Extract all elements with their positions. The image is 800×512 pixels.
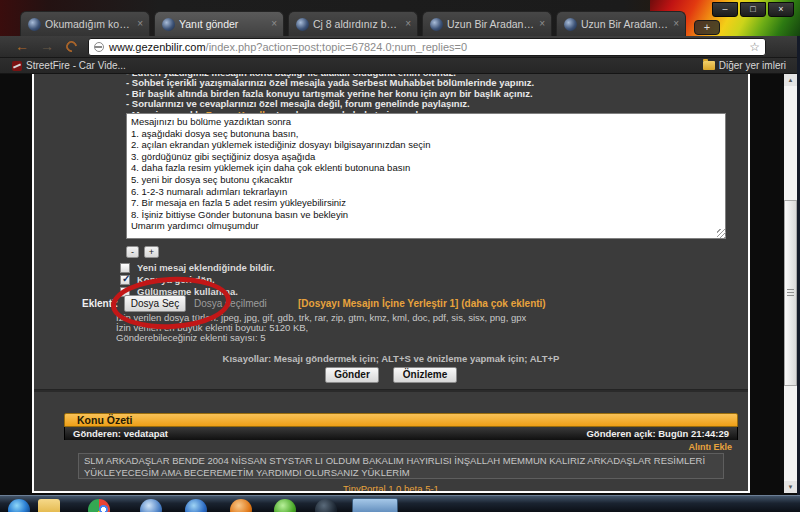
close-button[interactable]: × [768, 2, 794, 17]
tab-label: Uzun Bir Aradan Sonra K... [581, 18, 669, 30]
screen: – □ × Okumadığım konular × Yanıt gönder … [0, 0, 800, 512]
new-tab-button[interactable]: + [694, 20, 720, 35]
reload-icon[interactable] [64, 39, 79, 54]
attachment-links: [Dosyayı Mesajın İçine Yerleştir 1] (dah… [298, 298, 546, 309]
tab-close-icon[interactable]: × [405, 19, 411, 29]
tinyportal-footer-link[interactable]: TinyPortal 1.0 beta 5-1 [34, 483, 748, 493]
send-button[interactable]: Gönder [325, 367, 379, 383]
bookmark-star-icon[interactable]: ☆ [749, 40, 760, 54]
explorer-folder-icon[interactable] [38, 499, 60, 512]
bookmarks-bar: StreetFire - Car Vide... Diğer yer imler… [0, 58, 800, 74]
page-scrollbar[interactable]: ▲ ▼ [784, 74, 797, 493]
tab-label: Okumadığım konular [45, 18, 133, 30]
checkbox-checked[interactable]: ✓ [120, 275, 130, 285]
insert-quote-link[interactable]: Alıntı Ekle [64, 442, 732, 452]
scroll-up-icon[interactable]: ▲ [784, 74, 797, 86]
shrink-editor-button[interactable]: - [126, 246, 139, 258]
site-favicon-icon [296, 18, 309, 31]
page-viewport: - Lütfen yazdığınız mesajın konu başlığı… [0, 74, 800, 495]
scrollbar-thumb[interactable] [784, 200, 797, 386]
green-app-icon[interactable] [274, 499, 296, 512]
option-notify: Yeni mesaj eklendiğinde bildir. [120, 262, 275, 273]
tab-okumadigim-konular[interactable]: Okumadığım konular × [20, 11, 150, 36]
url-domain: www.gezenbilir.com [109, 41, 206, 53]
submit-row: Gönder Önizleme [34, 367, 748, 383]
minimize-button[interactable]: – [712, 2, 738, 17]
tab-close-icon[interactable]: × [673, 19, 679, 29]
summary-message: SLM ARKADAŞLAR BENDE 2004 NİSSAN STYSTAR… [78, 453, 724, 479]
tab-uzun-bir-aradan-1[interactable]: Uzun Bir Aradan Sonra K... × [422, 11, 552, 36]
other-bookmarks-button[interactable]: Diğer yer imleri [703, 60, 786, 71]
forward-icon[interactable]: → [37, 37, 57, 57]
option-label: Yeni mesaj eklendiğinde bildir. [137, 262, 275, 273]
tab-label: Uzun Bir Aradan Sonra K... [447, 18, 535, 30]
posted-by: Gönderen: vedatapat [73, 427, 168, 440]
tab-close-icon[interactable]: × [137, 19, 143, 29]
itunes-icon[interactable] [140, 499, 162, 512]
media-player-icon[interactable] [230, 499, 252, 512]
tab-close-icon[interactable]: × [271, 19, 277, 29]
titlebar: – □ × Okumadığım konular × Yanıt gönder … [0, 0, 800, 36]
tab-close-icon[interactable]: × [539, 19, 545, 29]
maximize-button[interactable]: □ [740, 2, 766, 17]
choose-file-button[interactable]: Dosya Seç [124, 295, 186, 312]
scroll-down-icon[interactable]: ▼ [784, 481, 797, 493]
scrollbar-grip [787, 289, 794, 296]
url-path: /index.php?action=post;topic=67824.0;num… [206, 41, 750, 53]
forum-post-page: - Lütfen yazdığınız mesajın konu başlığı… [32, 74, 750, 493]
tab-label: Cj 8 aldırdınız bana:) Teşe... [313, 18, 401, 30]
site-favicon-icon [564, 18, 577, 31]
embed-attachment-link[interactable]: [Dosyayı Mesajın İçine Yerleştir 1] [298, 298, 458, 309]
bookmark-streetfire[interactable]: StreetFire - Car Vide... [12, 60, 126, 71]
toolbar: ← → www.gezenbilir.com /index.php?action… [0, 36, 800, 58]
tab-label: Yanıt gönder [179, 18, 267, 30]
folder-icon [703, 61, 715, 70]
taskbar [0, 495, 800, 512]
more-attachments-link[interactable]: (daha çok eklenti) [461, 298, 545, 309]
checkbox-unchecked[interactable] [120, 263, 130, 273]
bookmark-label: StreetFire - Car Vide... [26, 60, 126, 71]
chrome-icon-center [99, 505, 108, 512]
streetfire-favicon-icon [12, 61, 22, 71]
site-favicon-icon [28, 18, 41, 31]
start-button-icon[interactable] [8, 499, 30, 512]
check-glyph: ✓ [122, 273, 130, 284]
section-divider [34, 389, 748, 392]
back-icon[interactable]: ← [12, 37, 32, 57]
tab-cj8[interactable]: Cj 8 aldırdınız bana:) Teşe... × [288, 11, 418, 36]
shortcuts-hint: Kısayollar: Mesajı göndermek için; ALT+S… [34, 353, 748, 364]
active-window-button[interactable] [352, 498, 398, 512]
internet-explorer-icon[interactable] [185, 499, 207, 512]
hp-app-icon[interactable] [315, 499, 337, 512]
site-favicon-icon [162, 18, 175, 31]
tab-uzun-bir-aradan-2[interactable]: Uzun Bir Aradan Sonra K... × [556, 11, 686, 36]
textarea-resize-handle[interactable] [717, 229, 726, 238]
globe-icon [94, 42, 104, 52]
address-bar[interactable]: www.gezenbilir.com /index.php?action=pos… [88, 38, 766, 56]
max-attachment-count: Gönderebileceğiniz eklenti sayısı: 5 [116, 332, 265, 343]
topic-summary-header: Konu Özeti [64, 413, 738, 427]
site-favicon-icon [430, 18, 443, 31]
preview-button[interactable]: Önizleme [393, 367, 457, 383]
topic-summary-meta: Gönderen: vedatapat Gönderen açık: Bugün… [64, 427, 738, 440]
tab-yanit-gonder-active[interactable]: Yanıt gönder × [154, 11, 284, 36]
other-bookmarks-label: Diğer yer imleri [719, 60, 786, 71]
posted-on: Gönderen açık: Bugün 21:44:29 [586, 427, 729, 440]
grow-editor-button[interactable]: + [144, 246, 159, 258]
message-textarea[interactable]: Mesajınızı bu bölüme yazdıktan sonra 1. … [126, 113, 726, 239]
